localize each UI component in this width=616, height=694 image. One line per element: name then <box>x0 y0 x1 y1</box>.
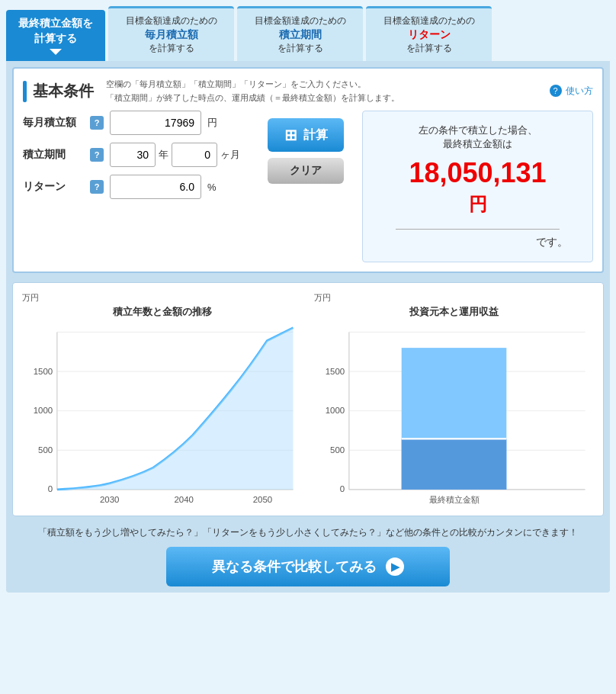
chart2-unit: 万円 <box>314 292 594 304</box>
period-row: 積立期間 ? 年 ヶ月 <box>23 143 240 167</box>
chart1-container: 万円 積立年数と金額の推移 0 500 1000 1500 <box>22 292 302 506</box>
svg-text:2050: 2050 <box>253 495 272 504</box>
monthly-row: 毎月積立額 ? 円 <box>23 111 240 135</box>
chart1-area: 0 500 1000 1500 2030 2040 2050 <box>22 323 302 506</box>
description-line2: 「積立期間」が終了した時点の、運用成績（＝最終積立金額）を計算します。 <box>106 92 544 105</box>
svg-text:0: 0 <box>340 485 345 494</box>
section-title-text: 基本条件 <box>33 81 94 101</box>
tab-period-suffix: を計算する <box>278 43 323 53</box>
svg-text:1000: 1000 <box>34 406 53 416</box>
tab-active-line2: 計算する <box>34 31 77 47</box>
tab-return-suffix: を計算する <box>406 43 452 53</box>
chart2-title: 投資元本と運用収益 <box>314 305 594 319</box>
clear-button-label: クリア <box>290 164 322 176</box>
bar-principal <box>402 439 507 490</box>
monthly-label: 毎月積立額 <box>23 116 84 130</box>
monthly-input[interactable] <box>110 111 201 135</box>
conditions-form: 毎月積立額 ? 円 積立期間 ? 年 ヶ月 <box>23 111 240 262</box>
tab-monthly[interactable]: 目標金額達成のための 毎月積立額 を計算する <box>108 6 234 61</box>
monthly-unit: 円 <box>207 116 217 130</box>
section-title: 基本条件 <box>23 81 94 102</box>
svg-text:最終積立金額: 最終積立金額 <box>429 495 480 504</box>
conditions-body: 毎月積立額 ? 円 積立期間 ? 年 ヶ月 <box>23 111 593 262</box>
basic-conditions-panel: 基本条件 空欄の「毎月積立額」「積立期間」「リターン」をご入力ください。 「積立… <box>12 67 604 273</box>
result-unit: 円 <box>469 192 487 217</box>
section-description: 空欄の「毎月積立額」「積立期間」「リターン」をご入力ください。 「積立期間」が終… <box>106 78 544 104</box>
charts-area: 万円 積立年数と金額の推移 0 500 1000 1500 <box>12 282 604 516</box>
arrow-right-icon: ▶ <box>386 557 404 576</box>
svg-text:0: 0 <box>48 485 53 494</box>
period-year-unit: 年 <box>159 148 168 162</box>
bottom-section: 「積立額をもう少し増やしてみたら？」「リターンをもう少し小さくしてみたら？」など… <box>12 525 604 586</box>
svg-text:1000: 1000 <box>326 406 345 416</box>
return-label: リターン <box>23 180 84 194</box>
svg-text:500: 500 <box>38 445 53 455</box>
tab-active-line1: 最終積立金額を <box>18 16 93 31</box>
section-header: 基本条件 空欄の「毎月積立額」「積立期間」「リターン」をご入力ください。 「積立… <box>23 78 593 104</box>
period-question-icon[interactable]: ? <box>90 148 104 162</box>
period-months-input[interactable] <box>172 143 217 167</box>
compare-button-label: 異なる条件で比較してみる <box>212 557 377 576</box>
chart1-svg: 0 500 1000 1500 2030 2040 2050 <box>22 323 302 525</box>
return-unit: % <box>207 182 217 193</box>
tab-monthly-highlight: 毎月積立額 <box>119 27 223 43</box>
result-desu: です。 <box>536 236 568 249</box>
tab-period-highlight: 積立期間 <box>248 27 352 43</box>
help-label: 使い方 <box>566 85 593 96</box>
chart1-unit: 万円 <box>22 292 302 304</box>
svg-text:1500: 1500 <box>326 367 345 376</box>
period-label: 積立期間 <box>23 148 84 162</box>
svg-text:2040: 2040 <box>174 495 193 504</box>
chart2-svg: 0 500 1000 1500 最終積立金額 <box>314 323 594 525</box>
svg-text:2030: 2030 <box>100 495 119 504</box>
tab-active-arrow <box>50 49 62 55</box>
period-years-input[interactable] <box>110 143 156 167</box>
calc-button-label: 計算 <box>303 127 328 143</box>
tab-period-prefix: 目標金額達成のための <box>248 14 352 27</box>
tab-monthly-suffix: を計算する <box>149 43 194 53</box>
result-panel: 左の条件で積立した場合、最終積立金額は 18,050,131 円 です。 <box>362 111 593 262</box>
return-input[interactable] <box>110 175 201 199</box>
return-row: リターン ? % <box>23 175 240 199</box>
result-description: 左の条件で積立した場合、最終積立金額は <box>419 124 537 151</box>
monthly-question-icon[interactable]: ? <box>90 116 104 130</box>
tab-monthly-prefix: 目標金額達成のための <box>119 14 223 27</box>
svg-text:1500: 1500 <box>34 367 53 376</box>
tab-return[interactable]: 目標金額達成のための リターン を計算する <box>366 6 492 61</box>
help-link[interactable]: ? 使い方 <box>550 85 593 98</box>
tab-final-amount[interactable]: 最終積立金額を 計算する <box>6 10 105 61</box>
buttons-area: ⊞ 計算 クリア <box>268 118 344 262</box>
comparison-text: 「積立額をもう少し増やしてみたら？」「リターンをもう少し小さくしてみたら？」など… <box>12 525 604 540</box>
result-amount: 18,050,131 <box>409 157 546 189</box>
period-month-unit: ヶ月 <box>220 148 240 162</box>
tab-period[interactable]: 目標金額達成のための 積立期間 を計算する <box>237 6 363 61</box>
title-bar-decoration <box>23 81 27 102</box>
chart1-title: 積立年数と金額の推移 <box>22 305 302 319</box>
tab-return-prefix: 目標金額達成のための <box>377 14 481 27</box>
compare-button[interactable]: 異なる条件で比較してみる ▶ <box>166 547 450 586</box>
result-divider <box>396 229 560 230</box>
calc-button[interactable]: ⊞ 計算 <box>268 118 344 152</box>
description-line1: 空欄の「毎月積立額」「積立期間」「リターン」をご入力ください。 <box>106 78 544 92</box>
header-tabs: 最終積立金額を 計算する 目標金額達成のための 毎月積立額 を計算する 目標金額… <box>0 0 616 61</box>
return-question-icon[interactable]: ? <box>90 180 104 194</box>
clear-button[interactable]: クリア <box>268 158 344 184</box>
chart2-container: 万円 投資元本と運用収益 0 500 1000 1500 <box>314 292 594 506</box>
svg-text:500: 500 <box>330 445 345 455</box>
calc-icon: ⊞ <box>284 126 297 144</box>
chart2-area: 0 500 1000 1500 最終積立金額 <box>314 323 594 506</box>
main-container: 基本条件 空欄の「毎月積立額」「積立期間」「リターン」をご入力ください。 「積立… <box>6 61 610 592</box>
help-icon: ? <box>550 85 562 97</box>
tab-return-highlight: リターン <box>377 27 481 43</box>
period-inputs: 年 ヶ月 <box>110 143 240 167</box>
